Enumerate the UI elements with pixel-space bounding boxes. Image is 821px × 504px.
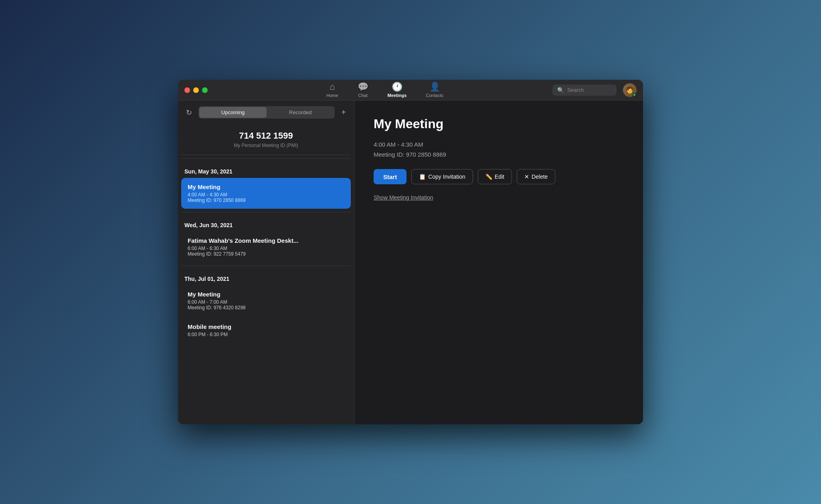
meeting-title-1: My Meeting <box>188 183 344 190</box>
copy-icon: 📋 <box>419 173 426 180</box>
nav-tab-home-label: Home <box>326 93 338 98</box>
add-meeting-button[interactable]: + <box>340 106 348 119</box>
section-divider-3 <box>181 266 351 266</box>
pmi-section: 714 512 1599 My Personal Meeting ID (PMI… <box>181 124 351 155</box>
pmi-number: 714 512 1599 <box>184 131 348 141</box>
nav-tab-contacts[interactable]: 👤 Contacts <box>426 83 443 98</box>
meetings-icon: 🕐 <box>392 83 402 91</box>
meeting-title-2: Fatima Wahab's Zoom Meeting Deskt... <box>188 237 344 244</box>
sidebar: ↻ Upcoming Recorded + 714 512 1599 My Pe… <box>178 101 354 424</box>
sidebar-scroll: 714 512 1599 My Personal Meeting ID (PMI… <box>178 124 354 424</box>
delete-icon: ✕ <box>524 173 529 180</box>
date-group-3: Thu, Jul 01, 2021 <box>181 269 351 285</box>
meeting-id-3: Meeting ID: 976 4320 8298 <box>188 305 344 310</box>
nav-tab-contacts-label: Contacts <box>426 93 443 98</box>
delete-button[interactable]: ✕ Delete <box>517 169 555 184</box>
titlebar: ⌂ Home 💬 Chat 🕐 Meetings 👤 Contacts 🔍 🧑 <box>178 80 643 101</box>
edit-button[interactable]: ✏️ Edit <box>478 169 512 184</box>
avatar-area[interactable]: 🧑 <box>623 83 637 97</box>
contacts-icon: 👤 <box>429 83 440 91</box>
close-button[interactable] <box>184 87 190 93</box>
traffic-lights <box>184 87 208 93</box>
copy-invitation-button[interactable]: 📋 Copy Invitation <box>411 169 473 184</box>
date-group-1: Sun, May 30, 2021 <box>181 162 351 178</box>
zoom-window: ⌂ Home 💬 Chat 🕐 Meetings 👤 Contacts 🔍 🧑 <box>178 80 643 424</box>
meeting-time-3: 6:00 AM - 7:00 AM <box>188 299 344 305</box>
nav-tab-chat-label: Chat <box>358 93 367 98</box>
meeting-title-3: My Meeting <box>188 291 344 298</box>
nav-tab-home[interactable]: ⌂ Home <box>326 83 338 98</box>
detail-meeting-time: 4:00 AM - 4:30 AM <box>374 141 624 148</box>
maximize-button[interactable] <box>202 87 208 93</box>
detail-meeting-title: My Meeting <box>374 117 624 131</box>
action-buttons: Start 📋 Copy Invitation ✏️ Edit ✕ Delete <box>374 169 624 184</box>
date-group-2: Wed, Jun 30, 2021 <box>181 216 351 232</box>
tab-upcoming[interactable]: Upcoming <box>199 107 267 118</box>
section-divider-1 <box>181 158 351 159</box>
online-status-dot <box>633 93 636 97</box>
sidebar-toolbar: ↻ Upcoming Recorded + <box>178 101 354 124</box>
detail-panel: My Meeting 4:00 AM - 4:30 AM Meeting ID:… <box>354 101 643 424</box>
minimize-button[interactable] <box>193 87 199 93</box>
search-icon: 🔍 <box>557 87 564 93</box>
tab-recorded[interactable]: Recorded <box>267 107 334 118</box>
delete-label: Delete <box>532 173 548 180</box>
show-invitation-button[interactable]: Show Meeting Invitation <box>374 194 433 201</box>
meeting-item-4[interactable]: Mobile meeting 6:00 PM - 6:30 PM <box>181 318 351 343</box>
refresh-button[interactable]: ↻ <box>184 107 194 119</box>
pmi-label: My Personal Meeting ID (PMI) <box>184 143 348 148</box>
main-content: ↻ Upcoming Recorded + 714 512 1599 My Pe… <box>178 101 643 424</box>
search-bar[interactable]: 🔍 <box>552 85 617 96</box>
meeting-id-1: Meeting ID: 970 2850 8869 <box>188 198 344 203</box>
home-icon: ⌂ <box>330 83 335 91</box>
nav-tabs: ⌂ Home 💬 Chat 🕐 Meetings 👤 Contacts <box>217 83 552 98</box>
tab-group: Upcoming Recorded <box>198 106 335 119</box>
edit-icon: ✏️ <box>485 173 492 180</box>
meeting-item-1[interactable]: My Meeting 4:00 AM - 4:30 AM Meeting ID:… <box>181 178 351 209</box>
search-input[interactable] <box>567 87 612 93</box>
nav-tab-meetings-label: Meetings <box>388 93 407 98</box>
meeting-time-1: 4:00 AM - 4:30 AM <box>188 192 344 198</box>
start-button[interactable]: Start <box>374 169 406 184</box>
nav-tab-meetings[interactable]: 🕐 Meetings <box>388 83 407 98</box>
detail-meeting-id: Meeting ID: 970 2850 8869 <box>374 151 624 158</box>
meeting-id-2: Meeting ID: 922 7759 5479 <box>188 251 344 257</box>
copy-invitation-label: Copy Invitation <box>428 173 465 180</box>
meeting-item-3[interactable]: My Meeting 6:00 AM - 7:00 AM Meeting ID:… <box>181 285 351 316</box>
edit-label: Edit <box>495 173 504 180</box>
meeting-item-2[interactable]: Fatima Wahab's Zoom Meeting Deskt... 6:0… <box>181 232 351 262</box>
meeting-title-4: Mobile meeting <box>188 323 344 330</box>
chat-icon: 💬 <box>358 83 368 91</box>
nav-tab-chat[interactable]: 💬 Chat <box>358 83 368 98</box>
section-divider-2 <box>181 212 351 212</box>
meeting-time-2: 6:00 AM - 6:30 AM <box>188 246 344 251</box>
meeting-time-4: 6:00 PM - 6:30 PM <box>188 332 344 337</box>
